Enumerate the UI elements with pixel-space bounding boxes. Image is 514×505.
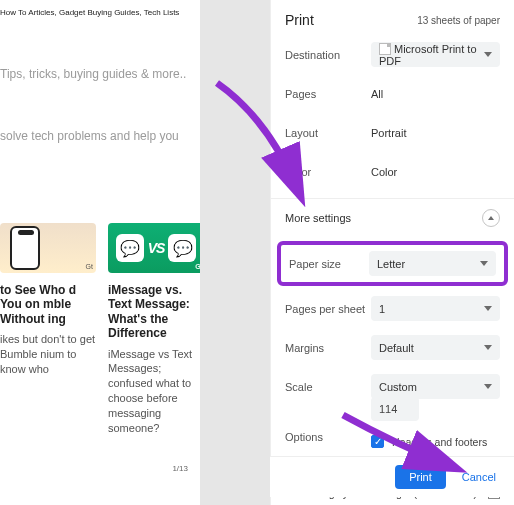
pages-per-sheet-select[interactable]: 1 <box>371 296 500 321</box>
page-counter: 1/13 <box>172 464 188 473</box>
preview-subtitle: Tips, tricks, buying guides & more.. <box>0 67 194 81</box>
paper-size-label: Paper size <box>289 258 369 270</box>
options-label: Options <box>285 431 371 443</box>
sheets-count: 13 sheets of paper <box>417 15 500 26</box>
chevron-down-icon <box>484 384 492 389</box>
card-thumb-bumble: Gt <box>0 223 96 273</box>
preview-card: 💬 VS 💬 Gt iMessage vs. Text Message: Wha… <box>108 223 200 436</box>
print-title: Print <box>285 12 314 28</box>
color-select[interactable]: Color <box>371 159 500 184</box>
card-body: ikes but don't to get Bumble nium to kno… <box>0 332 96 377</box>
paper-size-row-highlighted: Paper size Letter <box>277 241 508 286</box>
pdf-icon <box>379 43 391 55</box>
layout-label: Layout <box>285 127 371 139</box>
scale-label: Scale <box>285 381 371 393</box>
speech-bubble-icon: 💬 <box>168 234 196 262</box>
card-title: iMessage vs. Text Message: What's the Di… <box>108 283 200 341</box>
print-button[interactable]: Print <box>395 465 446 489</box>
scale-select[interactable]: Custom <box>371 374 500 399</box>
margins-select[interactable]: Default <box>371 335 500 360</box>
chevron-down-icon <box>484 52 492 57</box>
card-title: to See Who d You on mble Without ing <box>0 283 96 326</box>
print-preview-page: How To Articles, Gadget Buying Guides, T… <box>0 0 200 505</box>
preview-gutter <box>200 0 270 505</box>
chevron-down-icon <box>480 261 488 266</box>
card-thumb-imessage: 💬 VS 💬 Gt <box>108 223 200 273</box>
card-body: iMessage vs Text Messages; confused what… <box>108 347 200 436</box>
headers-footers-checkbox[interactable]: ✓ <box>371 435 384 448</box>
preview-breadcrumb: How To Articles, Gadget Buying Guides, T… <box>0 0 194 17</box>
preview-subhead: solve tech problems and help you <box>0 129 194 143</box>
headers-footers-label: Headers and footers <box>392 436 487 448</box>
scale-input[interactable]: 114 <box>371 397 419 421</box>
preview-cards: Gt to See Who d You on mble Without ing … <box>0 223 194 436</box>
chevron-up-icon <box>482 209 500 227</box>
print-dialog: Print 13 sheets of paper Destination Mic… <box>270 0 514 505</box>
pages-per-sheet-label: Pages per sheet <box>285 303 371 315</box>
pages-select[interactable]: All <box>371 81 500 106</box>
layout-select[interactable]: Portrait <box>371 120 500 145</box>
cancel-button[interactable]: Cancel <box>456 465 502 489</box>
more-settings-toggle[interactable]: More settings <box>271 198 514 237</box>
chevron-down-icon <box>484 345 492 350</box>
chevron-down-icon <box>484 306 492 311</box>
destination-select[interactable]: Microsoft Print to PDF <box>371 42 500 67</box>
color-label: Color <box>285 166 371 178</box>
paper-size-select[interactable]: Letter <box>369 251 496 276</box>
pages-label: Pages <box>285 88 371 100</box>
speech-bubble-icon: 💬 <box>116 234 144 262</box>
dialog-footer: Print Cancel <box>270 456 514 497</box>
preview-card: Gt to See Who d You on mble Without ing … <box>0 223 96 436</box>
destination-label: Destination <box>285 49 371 61</box>
margins-label: Margins <box>285 342 371 354</box>
